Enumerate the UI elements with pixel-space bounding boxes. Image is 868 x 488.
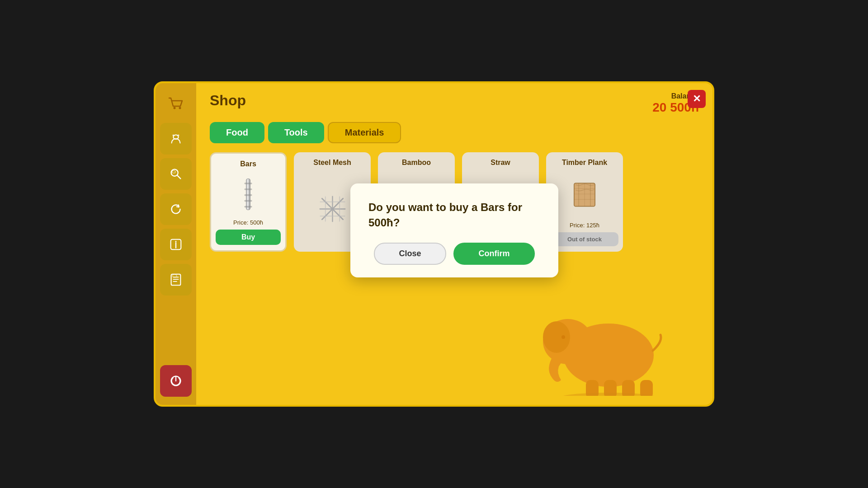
screen-background: ✕ Shop Balance 20 500ħ Food Tools Materi…	[0, 0, 868, 488]
sidebar-icon-home[interactable]	[160, 123, 192, 155]
dialog-buttons: Close Confirm	[368, 243, 540, 265]
dialog-confirm-button[interactable]: Confirm	[453, 243, 535, 265]
svg-point-1	[179, 107, 181, 109]
svg-point-9	[175, 241, 177, 242]
svg-point-3	[172, 135, 174, 136]
sidebar	[156, 83, 196, 405]
confirm-dialog: Do you want to buy a Bars for 500ħ? Clos…	[350, 183, 558, 277]
sidebar-icon-refresh[interactable]	[160, 193, 192, 225]
dialog-question: Do you want to buy a Bars for 500ħ?	[368, 200, 540, 230]
dialog-close-button[interactable]: Close	[374, 243, 446, 265]
sidebar-icon-book[interactable]	[160, 264, 192, 296]
shop-content: ✕ Shop Balance 20 500ħ Food Tools Materi…	[196, 83, 712, 405]
sidebar-icon-info[interactable]	[160, 229, 192, 260]
sidebar-icon-power[interactable]	[160, 365, 192, 397]
svg-point-0	[174, 107, 176, 109]
svg-point-4	[178, 135, 179, 136]
dialog-overlay: Do you want to buy a Bars for 500ħ? Clos…	[196, 83, 712, 405]
sidebar-icon-search[interactable]	[160, 158, 192, 190]
main-window: ✕ Shop Balance 20 500ħ Food Tools Materi…	[154, 81, 714, 407]
sidebar-icon-cart[interactable]	[160, 88, 192, 119]
svg-point-6	[172, 170, 176, 173]
